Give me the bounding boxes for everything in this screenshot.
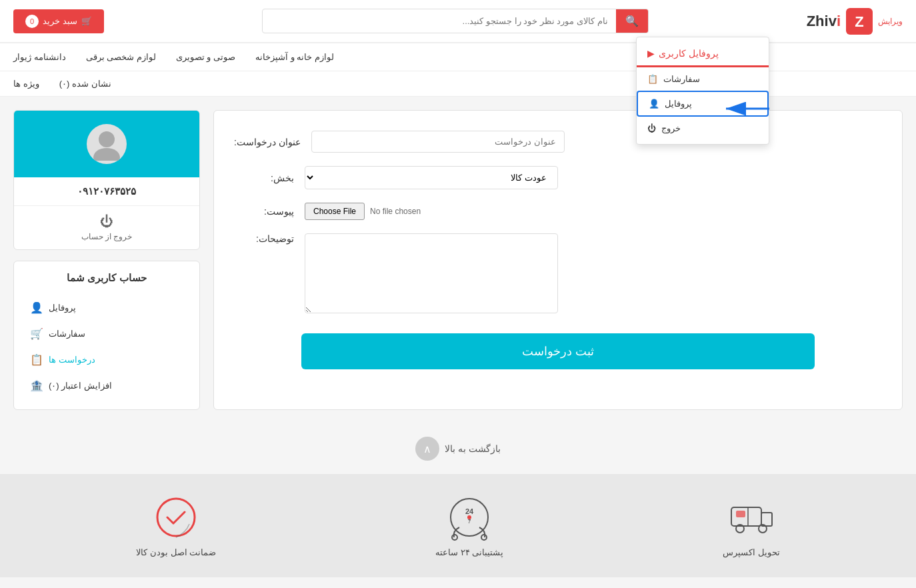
section-label: بخش: — [234, 173, 294, 183]
svg-point-17 — [452, 535, 457, 540]
support-icon: 24 7 — [446, 494, 493, 541]
account-item-requests[interactable]: درخواست ها 📋 — [25, 347, 189, 373]
feature-support: 24 7 پشتیبانی ۲۴ ساعته — [435, 494, 503, 557]
account-orders-icon: 🛒 — [30, 327, 43, 340]
orders-icon: 📋 — [647, 74, 658, 84]
account-credit-label: افزایش اعتبار (۰) — [49, 381, 112, 391]
account-profile-label: پروفایل — [49, 303, 76, 313]
dropdown-header: پروفایل کاربری ▶ — [637, 41, 769, 67]
back-to-top-label: بازگشت به بالا — [445, 443, 501, 454]
feature-authenticity: ضمانت اصل بودن کالا — [136, 494, 216, 557]
delivery-icon — [728, 494, 775, 541]
feature-delivery: تحویل اکسپرس — [723, 494, 780, 557]
account-item-orders[interactable]: سفارشات 🛒 — [25, 321, 189, 347]
attachment-label: پیوست: — [234, 206, 294, 217]
svg-point-4 — [99, 131, 115, 147]
section-select[interactable]: عودت کالا — [305, 166, 558, 189]
svg-point-16 — [467, 515, 471, 519]
svg-point-18 — [481, 535, 487, 540]
logout-power-icon: ⏻ — [100, 214, 113, 229]
nav-item-audio[interactable]: صوتی و تصویری — [176, 52, 235, 62]
file-input-area: No file chosen Choose File — [305, 203, 421, 220]
cart-label: سبد خرید — [43, 16, 77, 26]
account-profile-icon: 👤 — [30, 301, 43, 314]
logout-text: خروج از حساب — [81, 232, 133, 241]
account-card: حساب کاربری شما پروفایل 👤 سفارشات 🛒 درخو… — [13, 261, 200, 410]
user-card: ۰۹۱۲۰۷۶۳۵۲۵ ⏻ خروج از حساب — [13, 110, 200, 250]
file-no-chosen: No file chosen — [370, 207, 421, 216]
sub-nav-bookmarks[interactable]: نشان شده (۰) — [59, 79, 111, 89]
logo-icon: Z — [846, 8, 873, 35]
footer-features: تحویل اکسپرس 24 7 پشتیبانی ۲۴ ساعته — [0, 474, 916, 577]
description-textarea[interactable] — [305, 233, 558, 313]
description-label: توضیحات: — [234, 233, 294, 244]
search-bar: 🔍 — [262, 9, 649, 33]
account-orders-label: سفارشات — [49, 329, 85, 339]
arrow-indicator — [719, 99, 773, 121]
chevron-up-icon: ∧ — [415, 437, 439, 461]
svg-rect-7 — [761, 513, 772, 526]
title-row: عنوان درخواست: — [234, 131, 882, 153]
nav-item-kitchen[interactable]: لوازم خانه و آشپزخانه — [255, 52, 334, 62]
logo-text: Zhivi — [807, 13, 841, 30]
authenticity-icon — [153, 494, 199, 541]
authenticity-label: ضمانت اصل بودن کالا — [136, 547, 216, 557]
dropdown-chevron-icon: ▶ — [647, 48, 655, 59]
logout-area[interactable]: ⏻ خروج از حساب — [14, 205, 199, 249]
main-content: عنوان درخواست: عودت کالا بخش: No file ch… — [0, 97, 916, 423]
nav-bar: لوازم خانه و آشپزخانه صوتی و تصویری لواز… — [0, 43, 916, 71]
svg-point-5 — [93, 148, 120, 161]
form-section: عنوان درخواست: عودت کالا بخش: No file ch… — [213, 110, 903, 410]
account-item-credit[interactable]: افزایش اعتبار (۰) 🏦 — [25, 373, 189, 399]
svg-rect-11 — [736, 511, 745, 517]
submit-area: ثبت درخواست — [234, 327, 882, 369]
description-row: توضیحات: — [234, 233, 882, 313]
back-to-top-button[interactable]: بازگشت به بالا ∧ — [415, 437, 501, 461]
user-card-top — [14, 111, 199, 177]
profile-label: پروفایل — [665, 99, 692, 109]
user-dropdown: پروفایل کاربری ▶ سفارشات 📋 پروفایل 👤 خرو… — [636, 37, 769, 145]
dropdown-orders[interactable]: سفارشات 📋 — [637, 67, 769, 91]
cart-button[interactable]: 🛒 سبد خرید 0 — [13, 9, 104, 33]
avatar — [87, 124, 127, 164]
section-row: عودت کالا بخش: — [234, 166, 882, 189]
choose-file-button[interactable]: Choose File — [305, 203, 365, 220]
svg-text:24: 24 — [465, 507, 474, 515]
account-requests-icon: 📋 — [30, 353, 43, 366]
submit-button[interactable]: ثبت درخواست — [301, 333, 815, 369]
logout-label: خروج — [661, 123, 681, 133]
avatar-icon — [90, 127, 123, 161]
account-credit-icon: 🏦 — [30, 379, 43, 392]
support-label: پشتیبانی ۲۴ ساعته — [435, 547, 503, 557]
title-label: عنوان درخواست: — [234, 137, 301, 147]
back-to-top: بازگشت به بالا ∧ — [0, 423, 916, 474]
sub-nav-specials[interactable]: ویژه ها — [13, 79, 39, 89]
svg-text:Z: Z — [855, 13, 863, 30]
nav-item-encyclopedia[interactable]: دانشنامه ژیوار — [13, 52, 66, 62]
profile-icon: 👤 — [649, 99, 659, 109]
nav-item-personal[interactable]: لوازم شخصی برقی — [86, 52, 156, 62]
dropdown-title: پروفایل کاربری — [659, 48, 719, 59]
edit-label: ویرایش — [878, 17, 903, 26]
logo-area: ویرایش Z Zhivi — [807, 8, 903, 35]
account-title: حساب کاربری شما — [25, 272, 189, 284]
svg-point-19 — [157, 499, 195, 536]
header: ویرایش Z Zhivi 🔍 🛒 سبد خرید 0 پروفایل کا… — [0, 0, 916, 43]
sidebar: ۰۹۱۲۰۷۶۳۵۲۵ ⏻ خروج از حساب حساب کاربری ش… — [13, 110, 200, 410]
delivery-label: تحویل اکسپرس — [723, 547, 780, 557]
search-input[interactable] — [263, 11, 616, 31]
cart-icon: 🛒 — [81, 16, 92, 26]
cart-indicator: 0 — [25, 15, 39, 28]
request-title-input[interactable] — [311, 131, 565, 153]
attachment-row: No file chosen Choose File پیوست: — [234, 203, 882, 220]
user-phone: ۰۹۱۲۰۷۶۳۵۲۵ — [14, 177, 199, 205]
power-icon: ⏻ — [647, 123, 656, 133]
account-item-profile[interactable]: پروفایل 👤 — [25, 295, 189, 321]
orders-label: سفارشات — [663, 74, 700, 84]
sub-nav: نشان شده (۰) ویژه ها — [0, 71, 916, 97]
search-button[interactable]: 🔍 — [616, 9, 648, 33]
account-requests-label: درخواست ها — [49, 355, 95, 365]
svg-rect-6 — [731, 507, 761, 526]
